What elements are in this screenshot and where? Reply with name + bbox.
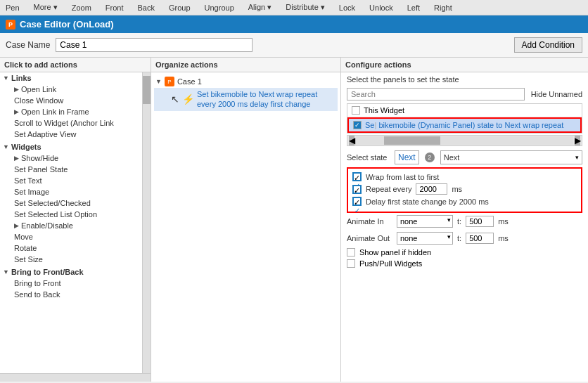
set-panel-state-label: Set Panel State [14,165,68,174]
adaptive-view-label: Set Adaptive View [14,130,76,138]
set-selected-checked-label: Set Selected/Checked [14,199,91,207]
bring-to-front-label: Bring to Front [14,279,61,287]
toolbar-unlock[interactable]: Unlock [366,4,396,12]
delay-checkbox[interactable]: ✓ [352,197,362,206]
sidebar-item-enable-disable[interactable]: ▶ Enable/Disable [0,220,142,231]
sidebar-item-set-panel-state[interactable]: Set Panel State [0,164,142,175]
animate-in-select[interactable]: none [397,215,453,228]
this-widget-checkbox[interactable] [352,106,360,115]
h-scroll-right: ▶ [575,136,580,145]
sidebar-item-open-link-frame[interactable]: ▶ Open Link in Frame [0,106,142,117]
sidebar-item-set-selected-checked[interactable]: Set Selected/Checked [0,197,142,209]
panel-list-item-1[interactable]: Se| bikemobile (Dynamic Panel) state to … [347,117,582,133]
sidebar-item-set-size[interactable]: Set Size [0,254,142,265]
section-links[interactable]: ▼ Links [0,72,142,84]
push-pull-label: Push/Pull Widgets [359,259,422,268]
case-name-input[interactable] [56,38,253,52]
search-row: Hide Unnamed [341,86,588,102]
wrap-checkbox[interactable]: ✓ [352,172,362,181]
arrow-open-link: ▶ [14,86,19,93]
right-panel: Configure actions Select the panels to s… [341,58,588,382]
section-widgets[interactable]: ▼ Widgets [0,141,142,152]
sidebar-item-scroll-widget[interactable]: Scroll to Widget (Anchor Link [0,117,142,129]
animate-out-select-wrap[interactable]: none [397,232,453,245]
arrow-bring-front-back: ▼ [3,268,9,275]
toolbar-right[interactable]: Right [431,4,455,12]
toolbar-align[interactable]: Align [245,3,275,12]
option-row-0: ✓ Wrap from last to first [352,172,577,181]
animate-out-row: Animate Out none t: ms [341,230,588,247]
state-select-display: Next [395,150,419,164]
left-panel-bottom-scroll[interactable] [0,373,151,382]
toolbar-zoom[interactable]: Zoom [69,4,94,12]
sidebar-item-set-text[interactable]: Set Text [0,175,142,186]
show-panel-checkbox[interactable] [347,248,355,257]
add-condition-button[interactable]: Add Condition [514,37,582,53]
left-panel-tree: ▼ Links ▶ Open Link Close Window ▶ Open … [0,72,142,373]
toolbar-more[interactable]: More [31,3,60,12]
action-text: Set bikemobile to Next wrap repeat every… [197,89,335,110]
push-pull-checkbox[interactable] [347,259,355,268]
left-panel-scrollbar[interactable] [142,72,151,373]
left-panel: Click to add actions ▼ Links ▶ Open Link… [0,58,151,382]
enable-disable-label: Enable/Disable [21,221,73,230]
lightning-icon: ⚡ [182,93,194,105]
sidebar-item-adaptive-view[interactable]: Set Adaptive View [0,129,142,140]
section-bring-front-back[interactable]: ▼ Bring to Front/Back [0,266,142,278]
toolbar-lock[interactable]: Lock [336,4,358,12]
animate-in-row: Animate In none t: ms [341,213,588,230]
title-bar-label: Case Editor (OnLoad) [20,19,114,30]
left-panel-scrollbar-thumb [143,76,151,104]
toolbar-left[interactable]: Left [404,4,423,12]
animate-in-ms: ms [498,217,509,226]
scroll-widget-label: Scroll to Widget (Anchor Link [14,119,114,127]
toolbar-group[interactable]: Group [166,4,193,12]
send-to-back-label: Send to Back [14,290,60,299]
animate-in-t-label: t: [457,217,461,226]
left-panel-header: Click to add actions [0,58,151,72]
sidebar-item-rotate[interactable]: Rotate [0,242,142,254]
state-badge: 2 [425,152,435,162]
state-dropdown-value: Next [444,153,460,162]
organize-content: ▼ P Case 1 ↖ ⚡ Set bikemobile to Next wr… [151,72,340,382]
open-link-label: Open Link [21,85,56,93]
animate-out-select[interactable]: none [397,232,453,245]
show-panel-row: Show panel if hidden [341,247,588,258]
action-row[interactable]: ↖ ⚡ Set bikemobile to Next wrap repeat e… [154,88,338,111]
case-label: Case 1 [177,77,202,86]
sidebar-item-set-selected-list-option[interactable]: Set Selected List Option [0,209,142,220]
sidebar-item-send-to-back[interactable]: Send to Back [0,289,142,300]
set-size-label: Set Size [14,255,43,264]
animate-out-t-input[interactable] [466,233,494,244]
sidebar-item-set-image[interactable]: Set Image [0,186,142,197]
panel-list-item-0[interactable]: This Widget [347,104,582,117]
repeat-input[interactable] [416,183,447,195]
arrow-case: ▼ [155,78,162,85]
sidebar-item-move[interactable]: Move [0,231,142,242]
sidebar-item-open-link[interactable]: ▶ Open Link [0,84,142,95]
this-widget-label: This Widget [364,106,404,115]
search-input[interactable] [347,88,525,100]
toolbar-distribute[interactable]: Distribute [283,3,328,12]
toolbar-pen[interactable]: Pen [3,4,23,12]
toolbar-front[interactable]: Front [103,4,127,12]
toolbar-ungroup[interactable]: Ungroup [202,4,237,12]
repeat-checkbox[interactable]: ✓ [352,185,362,194]
h-scroll-area[interactable]: ◀ ▶ [347,135,582,146]
show-panel-label: Show panel if hidden [359,248,431,257]
hide-unnamed-label-text: Hide Unnamed [531,90,582,98]
bikemobile-checkbox[interactable] [353,121,362,129]
state-value: Next [398,152,416,162]
sidebar-item-close-window[interactable]: Close Window [0,95,142,106]
state-dropdown[interactable]: Next ▾ [440,150,582,164]
sidebar-item-show-hide[interactable]: ▶ Show/Hide [0,152,142,164]
animate-in-select-wrap[interactable]: none [397,215,453,228]
toolbar-back[interactable]: Back [135,4,158,12]
animate-in-t-input[interactable] [466,216,494,227]
arrow-widgets: ▼ [3,143,9,150]
select-panels-label: Select the panels to set the state [341,72,588,86]
option-row-1: ✓ Repeat every ms [352,183,577,195]
h-scroll-thumb [384,136,440,145]
sidebar-item-bring-to-front[interactable]: Bring to Front [0,278,142,289]
bikemobile-label: Se| bikemobile (Dynamic Panel) state to … [365,121,563,129]
